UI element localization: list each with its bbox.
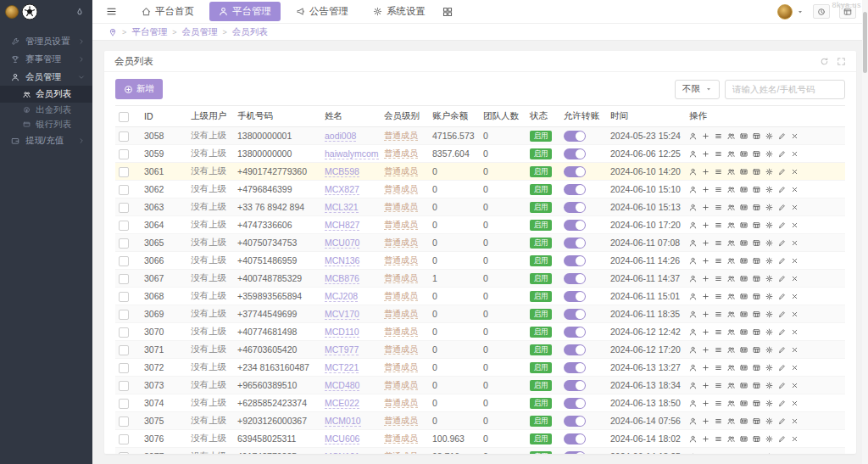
users-icon[interactable] [727, 239, 735, 247]
close-icon[interactable] [791, 364, 798, 372]
filter-select[interactable]: 不限 [675, 80, 720, 99]
edit-icon[interactable] [778, 239, 786, 247]
users-icon[interactable] [727, 364, 735, 372]
users-icon[interactable] [727, 346, 735, 354]
member-name-link[interactable]: MCB598 [325, 166, 359, 177]
expand-icon[interactable] [837, 57, 846, 66]
row-checkbox[interactable] [119, 221, 129, 231]
member-name-link[interactable]: MCT977 [325, 344, 359, 355]
list-icon[interactable] [715, 310, 722, 318]
member-name-link[interactable]: haiwalymcom [325, 148, 379, 159]
user-icon[interactable] [689, 275, 697, 282]
users-icon[interactable] [727, 310, 735, 318]
member-level-link[interactable]: 普通成员 [384, 184, 418, 194]
idcard-icon[interactable] [740, 310, 748, 318]
row-checkbox[interactable] [119, 363, 129, 373]
gear-icon[interactable] [765, 364, 773, 372]
transfer-toggle[interactable] [564, 327, 586, 338]
user-icon[interactable] [689, 400, 697, 407]
close-icon[interactable] [791, 186, 798, 193]
plus-icon[interactable] [702, 257, 709, 265]
user-icon[interactable] [689, 132, 697, 140]
list-icon[interactable] [715, 150, 722, 158]
edit-icon[interactable] [778, 346, 786, 354]
close-icon[interactable] [791, 275, 798, 282]
idcard-icon[interactable] [740, 364, 748, 372]
close-icon[interactable] [791, 257, 798, 265]
idcard-icon[interactable] [740, 204, 748, 211]
gear-icon[interactable] [765, 435, 773, 443]
transfer-toggle[interactable] [564, 202, 586, 213]
table-icon[interactable] [753, 293, 760, 300]
transfer-toggle[interactable] [564, 148, 586, 159]
close-icon[interactable] [791, 168, 798, 176]
close-icon[interactable] [791, 346, 798, 354]
sidebar-item[interactable]: 提现/充值 [0, 131, 92, 149]
edit-icon[interactable] [778, 150, 786, 158]
table-icon[interactable] [753, 132, 760, 140]
close-icon[interactable] [791, 132, 798, 140]
list-icon[interactable] [715, 328, 722, 336]
idcard-icon[interactable] [740, 275, 748, 282]
plus-icon[interactable] [702, 275, 709, 282]
table-icon[interactable] [753, 346, 760, 354]
transfer-toggle[interactable] [564, 451, 586, 454]
row-checkbox[interactable] [119, 327, 129, 338]
grid-icon[interactable] [442, 7, 453, 17]
member-name-link[interactable]: MCV170 [325, 309, 359, 320]
plus-icon[interactable] [702, 417, 709, 425]
users-icon[interactable] [727, 382, 735, 389]
plus-icon[interactable] [702, 221, 709, 229]
gear-icon[interactable] [765, 168, 773, 176]
close-icon[interactable] [791, 221, 798, 229]
close-icon[interactable] [791, 239, 798, 247]
list-icon[interactable] [715, 168, 722, 176]
edit-icon[interactable] [778, 168, 786, 176]
idcard-icon[interactable] [740, 221, 748, 229]
edit-icon[interactable] [778, 186, 786, 193]
member-level-link[interactable]: 普通成员 [384, 273, 418, 283]
table-icon[interactable] [753, 239, 760, 247]
row-checkbox[interactable] [119, 149, 129, 159]
list-icon[interactable] [715, 417, 722, 425]
plus-icon[interactable] [702, 453, 709, 455]
plus-icon[interactable] [702, 239, 709, 247]
list-icon[interactable] [715, 435, 722, 443]
users-icon[interactable] [727, 453, 735, 455]
users-icon[interactable] [727, 275, 735, 282]
table-icon[interactable] [753, 328, 760, 336]
list-icon[interactable] [715, 186, 722, 193]
user-icon[interactable] [689, 204, 697, 211]
member-level-link[interactable]: 普通成员 [384, 327, 418, 337]
row-checkbox[interactable] [119, 399, 129, 409]
users-icon[interactable] [727, 168, 735, 176]
gear-icon[interactable] [765, 453, 773, 455]
idcard-icon[interactable] [740, 346, 748, 354]
plus-icon[interactable] [702, 435, 709, 443]
idcard-icon[interactable] [740, 186, 748, 193]
gear-icon[interactable] [765, 310, 773, 318]
member-level-link[interactable]: 普通成员 [384, 166, 418, 176]
table-icon[interactable] [753, 400, 760, 407]
refresh-icon[interactable] [820, 57, 829, 66]
gear-icon[interactable] [765, 186, 773, 193]
row-checkbox[interactable] [119, 452, 129, 454]
idcard-icon[interactable] [740, 453, 748, 455]
edit-icon[interactable] [778, 275, 786, 282]
idcard-icon[interactable] [740, 382, 748, 389]
close-icon[interactable] [791, 400, 798, 407]
member-name-link[interactable]: MCD480 [325, 380, 359, 391]
row-checkbox[interactable] [119, 238, 129, 249]
member-name-link[interactable]: MCH827 [325, 220, 359, 231]
plus-icon[interactable] [702, 364, 709, 372]
row-checkbox[interactable] [119, 167, 129, 177]
gear-icon[interactable] [765, 257, 773, 265]
sidebar-subitem[interactable]: 出金列表 [0, 103, 92, 117]
table-icon[interactable] [753, 204, 760, 211]
member-level-link[interactable]: 普通成员 [384, 416, 418, 426]
users-icon[interactable] [727, 257, 735, 265]
users-icon[interactable] [727, 293, 735, 300]
users-icon[interactable] [727, 150, 735, 158]
users-icon[interactable] [727, 400, 735, 407]
member-name-link[interactable]: MCJ208 [325, 291, 358, 302]
